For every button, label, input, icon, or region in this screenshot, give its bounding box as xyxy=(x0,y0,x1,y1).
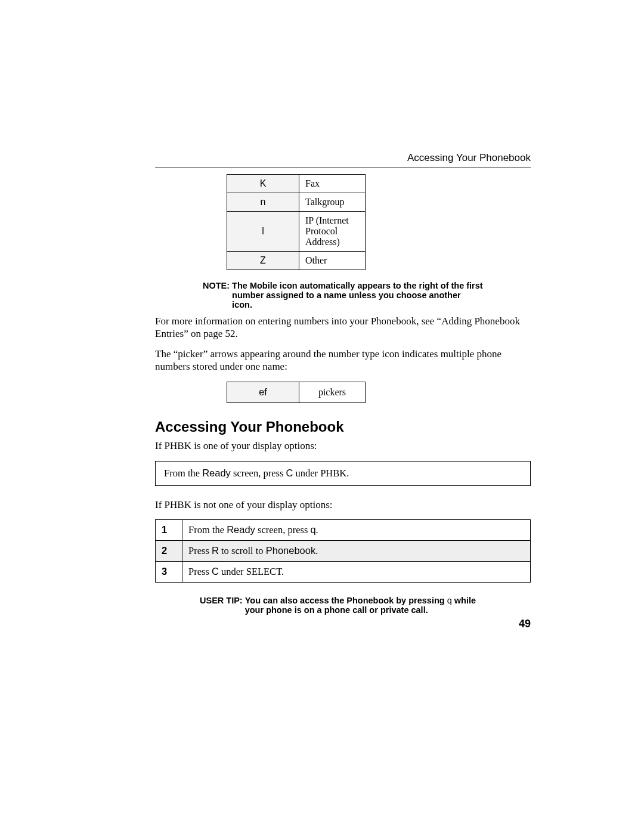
step-text: From the Ready screen, press q. xyxy=(182,520,531,541)
key-label: C xyxy=(286,467,293,478)
step-number: 3 xyxy=(156,562,182,583)
target-label: Phonebook xyxy=(266,545,316,556)
tip-label: USER TIP: xyxy=(200,596,243,605)
table-row: 2 Press R to scroll to Phonebook. xyxy=(156,541,531,562)
table-row: 3 Press C under SELECT. xyxy=(156,562,531,583)
step-number: 1 xyxy=(156,520,182,541)
picker-icon: ef xyxy=(227,382,299,402)
page-number: 49 xyxy=(519,618,531,630)
ready-label: Ready xyxy=(202,467,231,478)
type-desc: Talkgroup xyxy=(299,193,366,212)
text: . xyxy=(316,524,318,535)
running-head: Accessing Your Phonebook xyxy=(155,152,531,164)
steps-table: 1 From the Ready screen, press q. 2 Pres… xyxy=(155,519,531,583)
picker-desc: pickers xyxy=(299,382,366,402)
text: Press xyxy=(188,566,212,577)
type-icon: Z xyxy=(227,252,299,270)
note-block: NOTE: The Mobile icon automatically appe… xyxy=(203,281,483,309)
single-step-box: From the Ready screen, press C under PHB… xyxy=(155,461,531,486)
note-body: The Mobile icon automatically appears to… xyxy=(232,281,483,309)
user-tip: USER TIP: You can also access the Phoneb… xyxy=(200,596,486,615)
table-row: l IP (Internet Protocol Address) xyxy=(227,212,366,252)
tip-body: You can also access the Phonebook by pre… xyxy=(245,596,486,615)
step-number: 2 xyxy=(156,541,182,562)
text: From the xyxy=(188,524,227,535)
type-icon: n xyxy=(227,193,299,212)
text: under SELECT. xyxy=(219,566,284,577)
table-row: K Fax xyxy=(227,175,366,193)
intro-option2: If PHBK is not one of your display optio… xyxy=(155,499,531,512)
text: to scroll to xyxy=(219,545,266,556)
icon-type-table: K Fax n Talkgroup l IP (Internet Protoco… xyxy=(227,174,366,270)
header-rule xyxy=(155,168,531,168)
table-row: n Talkgroup xyxy=(227,193,366,212)
type-desc: Fax xyxy=(299,175,366,193)
page: Accessing Your Phonebook K Fax n Talkgro… xyxy=(0,0,644,833)
type-desc: Other xyxy=(299,252,366,270)
table-row: Z Other xyxy=(227,252,366,270)
text: screen, press xyxy=(255,524,311,535)
paragraph-picker: The “picker” arrows appearing around the… xyxy=(155,348,531,373)
text: You can also access the Phonebook by pre… xyxy=(245,596,447,605)
type-icon: K xyxy=(227,175,299,193)
step-text: Press R to scroll to Phonebook. xyxy=(182,541,531,562)
type-desc: IP (Internet Protocol Address) xyxy=(299,212,366,252)
step-text: under PHBK. xyxy=(293,467,349,479)
key-label: q xyxy=(310,524,315,535)
table-row: 1 From the Ready screen, press q. xyxy=(156,520,531,541)
type-icon: l xyxy=(227,212,299,252)
table-row: ef pickers xyxy=(227,382,366,402)
intro-option1: If PHBK is one of your display options: xyxy=(155,440,531,453)
key-label: q xyxy=(447,596,452,605)
step-text: screen, press xyxy=(231,467,286,479)
key-label: C xyxy=(212,566,219,577)
paragraph-more-info: For more information on entering numbers… xyxy=(155,315,531,340)
picker-table: ef pickers xyxy=(227,382,366,403)
step-text: Press C under SELECT. xyxy=(182,562,531,583)
key-label: R xyxy=(212,545,219,556)
step-text: From the xyxy=(164,467,202,479)
note-label: NOTE: xyxy=(203,281,230,290)
section-heading: Accessing Your Phonebook xyxy=(155,419,531,435)
text: Press xyxy=(188,545,212,556)
text: . xyxy=(315,545,318,556)
ready-label: Ready xyxy=(227,524,255,535)
